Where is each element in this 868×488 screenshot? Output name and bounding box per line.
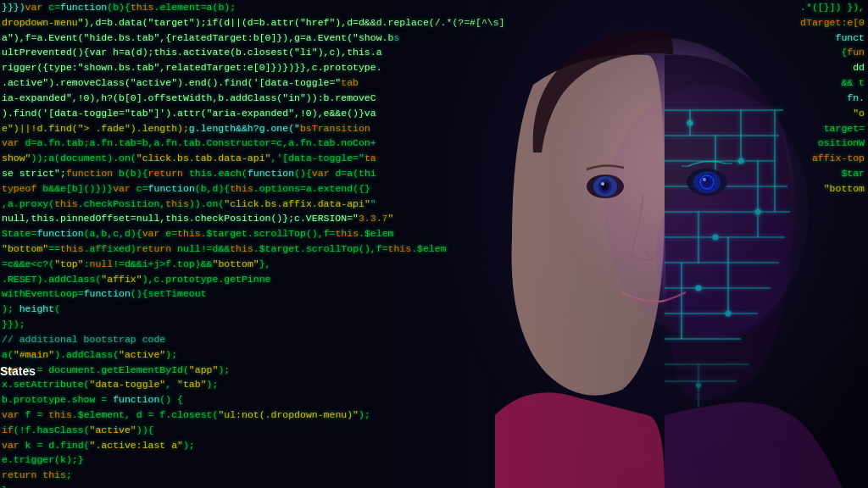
code-line-right: {fun <box>597 45 868 60</box>
code-line-right: dd <box>597 60 868 75</box>
scene: }}})var c=function(b){this.element=a(b);… <box>0 0 868 488</box>
code-line-right: ositionW <box>597 136 868 151</box>
code-line-right: target= <box>597 121 868 136</box>
code-line-right: "o <box>597 106 868 121</box>
code-line-right: && t <box>597 75 868 91</box>
code-line-right: funct <box>597 30 868 46</box>
states-label: States <box>0 364 36 378</box>
code-line-right: $tar <box>597 166 868 181</box>
code-line-right: .*([}]) }), <box>597 0 868 15</box>
code-line-right: "bottom <box>597 181 868 197</box>
code-right: .*([}]) }), dTarget:e[0 funct {fun dd &&… <box>597 0 868 488</box>
code-line-right: fn. <box>597 91 868 106</box>
code-line-right: affix-top <box>597 151 868 166</box>
code-line-right: dTarget:e[0 <box>597 15 868 30</box>
